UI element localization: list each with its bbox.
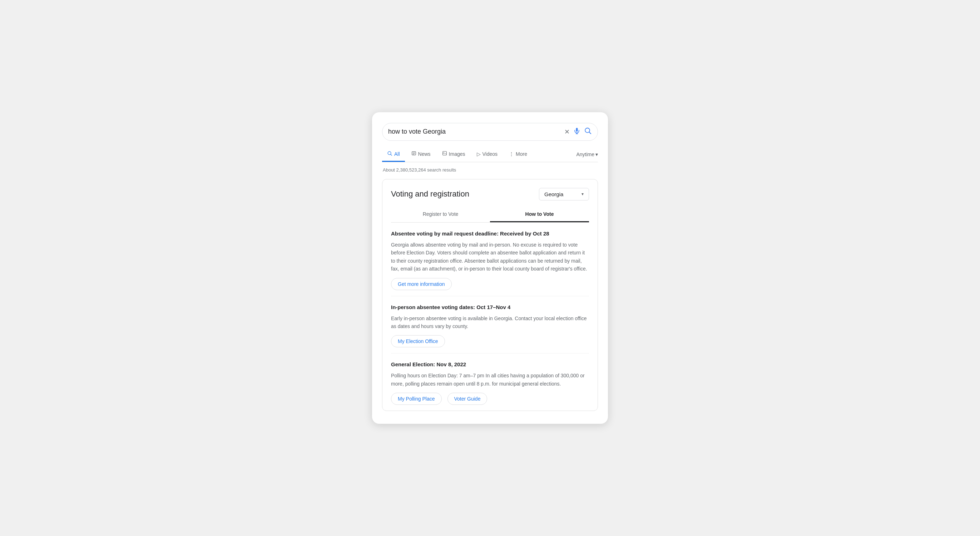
time-filter-chevron: ▾ <box>595 151 598 157</box>
inner-tab-how-to-vote-label: How to Vote <box>525 211 554 217</box>
more-icon: ⋮ <box>509 151 514 157</box>
tab-videos[interactable]: ▷ Videos <box>472 148 503 162</box>
mic-icon[interactable] <box>573 127 581 136</box>
svg-point-12 <box>444 153 444 153</box>
main-card: how to vote Georgia ✕ <box>372 112 608 424</box>
section-general-election-title: General Election: Nov 8, 2022 <box>391 361 589 368</box>
inner-tabs: Register to Vote How to Vote <box>391 208 589 223</box>
time-filter[interactable]: Anytime ▾ <box>576 149 598 161</box>
state-selector[interactable]: Georgia ▾ <box>539 188 589 200</box>
time-filter-label: Anytime <box>576 151 594 157</box>
search-bar: how to vote Georgia ✕ <box>382 123 598 141</box>
chevron-down-icon: ▾ <box>582 191 584 197</box>
clear-icon[interactable]: ✕ <box>564 128 570 136</box>
state-selector-value: Georgia <box>544 191 563 197</box>
tab-news-label: News <box>418 151 431 157</box>
svg-line-6 <box>391 154 392 156</box>
section-absentee-mail-buttons: Get more information <box>391 278 589 290</box>
svg-rect-0 <box>576 128 578 132</box>
tab-news[interactable]: News <box>406 148 436 162</box>
result-card-title: Voting and registration <box>391 189 469 199</box>
get-more-information-button[interactable]: Get more information <box>391 278 452 290</box>
svg-rect-11 <box>442 151 446 156</box>
section-inperson-absentee-body: Early in-person absentee voting is avail… <box>391 315 589 331</box>
results-count: About 2,380,523,264 search results <box>382 167 598 173</box>
section-general-election-body: Polling hours on Election Day: 7 am–7 pm… <box>391 372 589 388</box>
voting-result-card: Voting and registration Georgia ▾ Regist… <box>382 179 598 411</box>
section-general-election: General Election: Nov 8, 2022 Polling ho… <box>391 353 589 408</box>
search-icon[interactable] <box>584 127 592 137</box>
section-general-election-buttons: My Polling Place Voter Guide <box>391 393 589 405</box>
videos-icon: ▷ <box>477 151 481 157</box>
tab-images[interactable]: Images <box>437 148 470 162</box>
inner-tab-how-to-vote[interactable]: How to Vote <box>490 208 589 222</box>
tab-all[interactable]: All <box>382 148 405 162</box>
voter-guide-button[interactable]: Voter Guide <box>447 393 487 405</box>
inner-tab-register-label: Register to Vote <box>423 211 458 217</box>
my-election-office-button[interactable]: My Election Office <box>391 335 445 347</box>
section-inperson-absentee-title: In-person absentee voting dates: Oct 17–… <box>391 303 589 311</box>
section-absentee-mail: Absentee voting by mail request deadline… <box>391 223 589 296</box>
tab-all-label: All <box>394 151 400 157</box>
tab-images-label: Images <box>449 151 465 157</box>
nav-tabs: All News Images <box>382 148 598 162</box>
images-icon <box>442 151 447 157</box>
result-card-header: Voting and registration Georgia ▾ <box>391 188 589 200</box>
search-query: how to vote Georgia <box>388 128 561 135</box>
my-polling-place-button[interactable]: My Polling Place <box>391 393 442 405</box>
section-absentee-mail-title: Absentee voting by mail request deadline… <box>391 230 589 237</box>
all-icon <box>387 151 393 157</box>
news-icon <box>411 151 416 157</box>
tab-more-label: More <box>516 151 527 157</box>
tab-more[interactable]: ⋮ More <box>504 148 532 162</box>
inner-tab-register[interactable]: Register to Vote <box>391 208 490 222</box>
section-inperson-absentee-buttons: My Election Office <box>391 335 589 347</box>
section-absentee-mail-body: Georgia allows absentee voting by mail a… <box>391 241 589 273</box>
svg-line-4 <box>589 132 591 134</box>
tab-videos-label: Videos <box>482 151 498 157</box>
section-inperson-absentee: In-person absentee voting dates: Oct 17–… <box>391 296 589 354</box>
